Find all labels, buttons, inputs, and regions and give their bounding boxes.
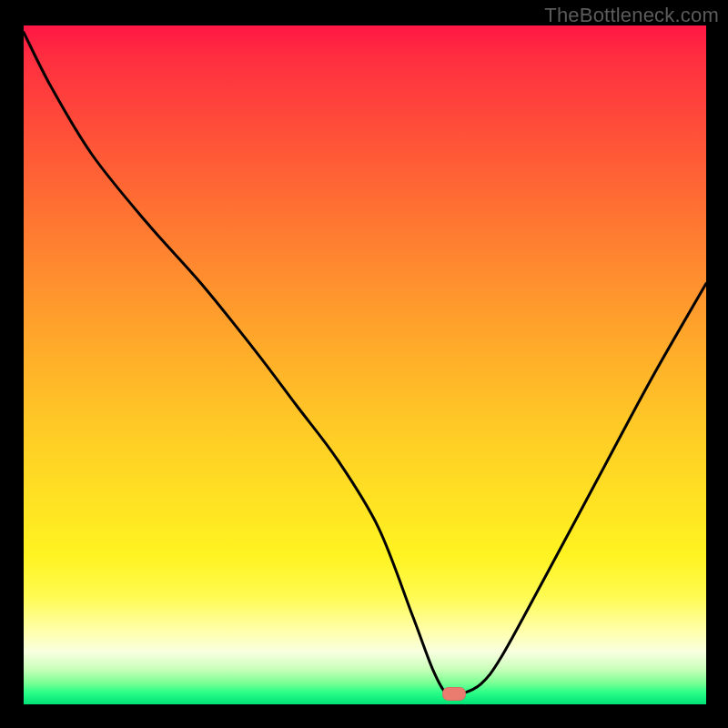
chart-frame: TheBottleneck.com — [0, 0, 728, 728]
curve-svg — [24, 25, 706, 704]
bottleneck-curve — [24, 32, 706, 696]
watermark-text: TheBottleneck.com — [544, 4, 719, 27]
plot-area — [24, 25, 706, 704]
optimum-marker — [442, 687, 466, 701]
